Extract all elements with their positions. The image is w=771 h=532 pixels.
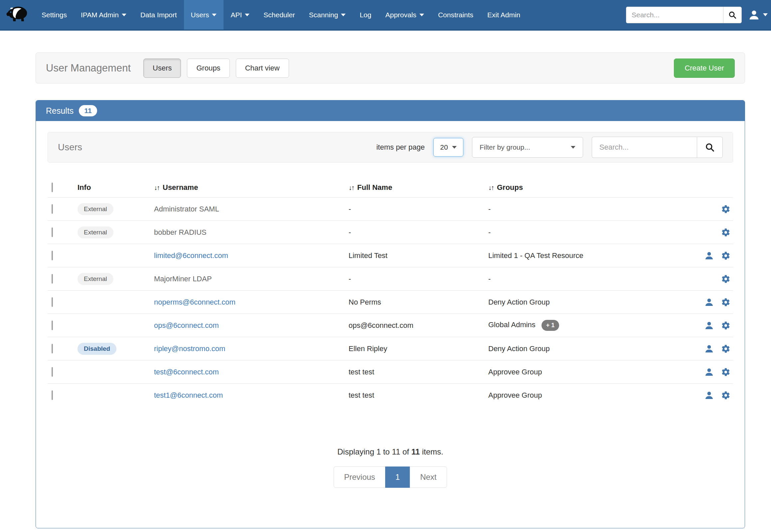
view-button-groups[interactable]: Groups: [187, 59, 229, 78]
header-full-name[interactable]: ↓↑Full Name: [348, 183, 488, 192]
full-name-cell: ops@6connect.com: [348, 321, 488, 330]
row-checkbox[interactable]: [52, 274, 53, 284]
info-cell: External: [77, 273, 154, 285]
table-row: ExternalMajorMiner LDAP--: [48, 267, 733, 290]
header-info: Info: [77, 183, 154, 192]
groups-cell: -: [488, 228, 675, 237]
nav-item-label: Settings: [42, 11, 67, 19]
mammoth-logo[interactable]: [0, 0, 35, 30]
username-link[interactable]: limited@6connect.com: [154, 251, 228, 260]
header-username[interactable]: ↓↑Username: [154, 183, 348, 192]
chevron-down-icon: [245, 14, 249, 16]
gear-icon[interactable]: [721, 251, 730, 260]
username-link[interactable]: ops@6connect.com: [154, 321, 219, 330]
info-cell: External: [77, 203, 154, 215]
displaying-summary: Displaying 1 to 11 of 11 items.: [48, 447, 733, 457]
select-all-checkbox[interactable]: [52, 183, 53, 192]
more-groups-badge[interactable]: + 1: [542, 320, 560, 331]
user-icon: [748, 9, 760, 21]
page-button-next[interactable]: Next: [410, 466, 447, 488]
chevron-down-icon: [420, 14, 424, 16]
username-link[interactable]: test1@6connect.com: [154, 391, 223, 399]
nav-item-ipam-admin[interactable]: IPAM Admin: [74, 0, 133, 30]
groups-text: Global Admins: [488, 321, 536, 329]
results-panel: Results 11 Users items per page 20 Filte…: [36, 100, 745, 528]
row-checkbox[interactable]: [52, 367, 53, 377]
row-checkbox[interactable]: [52, 251, 53, 260]
chevron-down-icon: [212, 14, 216, 16]
username-link[interactable]: noperms@6connect.com: [154, 298, 235, 306]
actions-cell: [675, 321, 733, 330]
items-per-page-select[interactable]: 20: [434, 138, 463, 157]
table-search-input[interactable]: [592, 137, 697, 158]
navbar-search-input[interactable]: [626, 7, 723, 23]
groups-text: -: [488, 228, 491, 236]
gear-icon[interactable]: [721, 204, 730, 214]
page-button-1[interactable]: 1: [385, 466, 410, 488]
nav-item-scanning[interactable]: Scanning: [302, 0, 353, 30]
groups-text: Approvee Group: [488, 391, 542, 399]
table-row: ops@6connect.comops@6connect.comGlobal A…: [48, 314, 733, 337]
groups-text: Limited 1 - QA Test Resource: [488, 251, 583, 260]
user-menu[interactable]: [748, 9, 768, 21]
groups-text: -: [488, 205, 491, 213]
groups-cell: Approvee Group: [488, 391, 675, 400]
user-icon[interactable]: [705, 367, 714, 377]
groups-text: Deny Action Group: [488, 298, 550, 306]
username-link[interactable]: ripley@nostromo.com: [154, 344, 225, 353]
full-name-cell: No Perms: [348, 298, 488, 307]
view-button-users[interactable]: Users: [143, 59, 181, 78]
row-checkbox[interactable]: [52, 344, 53, 353]
view-button-chart-view[interactable]: Chart view: [236, 59, 289, 78]
page-button-previous[interactable]: Previous: [333, 466, 385, 488]
filter-by-group-select[interactable]: Filter by group...: [472, 137, 583, 158]
header-groups[interactable]: ↓↑Groups: [488, 183, 675, 192]
username-link[interactable]: test@6connect.com: [154, 368, 219, 376]
nav-item-approvals[interactable]: Approvals: [378, 0, 431, 30]
navbar-search-button[interactable]: [723, 7, 742, 23]
external-badge: External: [77, 273, 113, 285]
row-checkbox[interactable]: [52, 204, 53, 214]
username-cell: bobber RADIUS: [154, 228, 348, 237]
pagination: Previous1Next: [333, 466, 447, 488]
users-table: Info ↓↑Username ↓↑Full Name ↓↑Groups Ext…: [48, 178, 733, 407]
nav-item-api[interactable]: API: [223, 0, 256, 30]
nav-item-scheduler[interactable]: Scheduler: [256, 0, 302, 30]
nav-item-log[interactable]: Log: [352, 0, 378, 30]
groups-cell: -: [488, 205, 675, 213]
gear-icon[interactable]: [721, 321, 730, 330]
row-checkbox[interactable]: [52, 297, 53, 307]
user-icon[interactable]: [705, 321, 714, 330]
actions-cell: [675, 367, 733, 377]
user-icon[interactable]: [705, 251, 714, 260]
gear-icon[interactable]: [721, 367, 730, 377]
nav-item-exit-admin[interactable]: Exit Admin: [480, 0, 527, 30]
create-user-button[interactable]: Create User: [674, 59, 735, 78]
gear-icon[interactable]: [721, 274, 730, 284]
results-title: Results: [46, 106, 73, 116]
table-search-button[interactable]: [697, 137, 723, 158]
actions-cell: [675, 204, 733, 214]
gear-icon[interactable]: [721, 391, 730, 400]
groups-cell: Deny Action Group: [488, 344, 675, 353]
row-checkbox[interactable]: [52, 227, 53, 237]
gear-icon[interactable]: [721, 344, 730, 353]
actions-cell: [675, 228, 733, 237]
gear-icon[interactable]: [721, 228, 730, 237]
row-checkbox[interactable]: [52, 321, 53, 330]
chevron-down-icon: [341, 14, 345, 16]
nav-item-label: Scanning: [309, 11, 338, 19]
sort-icon: ↓↑: [154, 184, 159, 191]
user-icon[interactable]: [705, 298, 714, 307]
nav-item-label: Data Import: [140, 11, 177, 19]
nav-item-settings[interactable]: Settings: [35, 0, 74, 30]
groups-cell: Deny Action Group: [488, 298, 675, 307]
user-icon[interactable]: [705, 344, 714, 353]
nav-item-data-import[interactable]: Data Import: [133, 0, 184, 30]
user-icon[interactable]: [705, 391, 714, 400]
full-name-cell: Ellen Ripley: [348, 344, 488, 353]
nav-item-users[interactable]: Users: [184, 0, 224, 30]
gear-icon[interactable]: [721, 298, 730, 307]
row-checkbox[interactable]: [52, 390, 53, 400]
nav-item-constraints[interactable]: Constraints: [431, 0, 480, 30]
